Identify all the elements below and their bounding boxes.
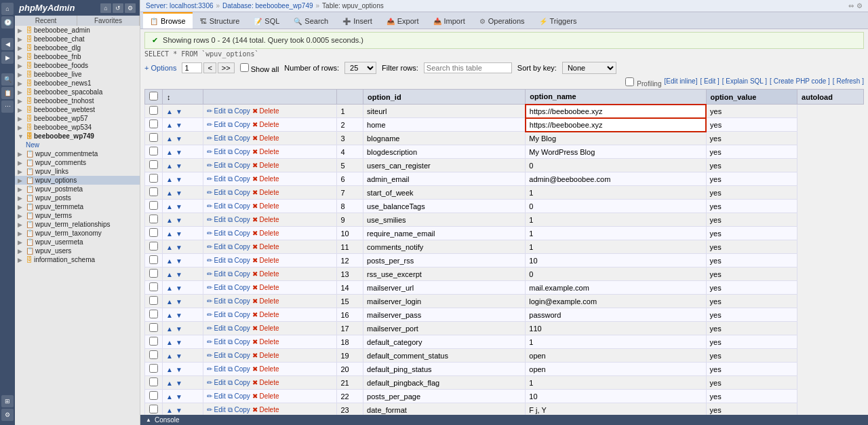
row-checkbox[interactable] xyxy=(149,323,158,332)
sort-down-link[interactable]: ▼ xyxy=(176,176,182,183)
sidebar-item-wpuv-term-relationships[interactable]: ▶ 📋 wpuv_term_relationships xyxy=(15,220,140,229)
console-bar[interactable]: ▲ Console xyxy=(140,415,868,425)
sort-down-link[interactable]: ▼ xyxy=(176,325,182,333)
edit-link[interactable]: [ Edit ] xyxy=(700,77,719,88)
sort-down-link[interactable]: ▼ xyxy=(176,339,182,346)
expand-icon[interactable]: ▶ xyxy=(18,98,24,105)
tab-operations[interactable]: ⚙ Operations xyxy=(473,12,532,29)
sidebar-item-information-schema[interactable]: ▶ 🗄 information_schema xyxy=(15,255,140,264)
header-autoload[interactable]: autoload xyxy=(797,90,864,105)
edit-inline-link[interactable]: [Edit inline] xyxy=(665,77,698,88)
sidebar-item-wpuv-usermeta[interactable]: ▶ 📋 wpuv_usermeta xyxy=(15,238,140,246)
header-option-value[interactable]: option_value xyxy=(706,90,797,105)
delete-link[interactable]: ✖ Delete xyxy=(252,202,279,210)
edit-link[interactable]: ✏ Edit xyxy=(207,392,226,400)
pma-settings-btn[interactable]: ⚙ xyxy=(125,3,136,13)
expand-icon[interactable]: ▶ xyxy=(18,45,24,52)
row-checkbox[interactable] xyxy=(149,350,158,359)
expand-icon[interactable]: ▶ xyxy=(18,195,24,202)
prev-page-btn[interactable]: < xyxy=(203,62,216,73)
sidebar-item-beeboobee-wp534[interactable]: ▶ 🗄 beeboobee_wp534 xyxy=(15,123,140,132)
expand-icon[interactable]: ▼ xyxy=(18,133,24,140)
expand-icon[interactable]: ▶ xyxy=(18,115,24,122)
breadcrumb-server[interactable]: Server: localhost:3306 xyxy=(146,2,214,10)
pma-reload-btn[interactable]: ↺ xyxy=(113,3,123,13)
sort-down-link[interactable]: ▼ xyxy=(176,149,182,156)
sidebar-item-wpuv-users[interactable]: ▶ 📋 wpuv_users xyxy=(15,246,140,255)
sort-down-link[interactable]: ▼ xyxy=(176,230,182,238)
expand-icon[interactable]: ▶ xyxy=(18,71,24,78)
sort-up-link[interactable]: ▲ xyxy=(166,271,173,278)
delete-link[interactable]: ✖ Delete xyxy=(252,243,279,251)
sort-down-link[interactable]: ▼ xyxy=(176,366,182,373)
copy-link[interactable]: ⧉ Copy xyxy=(228,338,250,346)
sort-up-link[interactable]: ▲ xyxy=(166,380,173,387)
sort-up-link[interactable]: ▲ xyxy=(166,257,173,265)
sidebar-item-beeboobee-wp57[interactable]: ▶ 🗄 beeboobee_wp57 xyxy=(15,114,140,123)
copy-link[interactable]: ⧉ Copy xyxy=(228,284,250,292)
sidebar-item-wpuv-term-taxonomy[interactable]: ▶ 📋 wpuv_term_taxonomy xyxy=(15,229,140,238)
copy-link[interactable]: ⧉ Copy xyxy=(228,202,250,210)
sidebar-item-beeboobee-admin[interactable]: ▶ 🗄 beeboobee_admin xyxy=(15,26,140,35)
copy-link[interactable]: ⧉ Copy xyxy=(228,297,250,306)
delete-link[interactable]: ✖ Delete xyxy=(252,189,279,196)
config-icon[interactable]: ⚙ xyxy=(856,2,863,10)
copy-link[interactable]: ⧉ Copy xyxy=(228,107,250,115)
delete-link[interactable]: ✖ Delete xyxy=(252,352,279,359)
sidebar-item-beeboobee-live[interactable]: ▶ 🗄 beeboobee_live xyxy=(15,70,140,79)
edit-link[interactable]: ✏ Edit xyxy=(207,121,226,128)
expand-icon[interactable]: ▶ xyxy=(18,54,24,60)
expand-icon[interactable]: ▶ xyxy=(18,27,24,34)
sidebar-item-wpuv-comments[interactable]: ▶ 📋 wpuv_comments xyxy=(15,158,140,167)
sort-down-link[interactable]: ▼ xyxy=(176,108,182,115)
sidebar-item-beeboobee-tnohost[interactable]: ▶ 🗄 beeboobee_tnohost xyxy=(15,96,140,105)
header-option-name[interactable]: option_name xyxy=(526,90,706,105)
edit-link[interactable]: ✏ Edit xyxy=(207,134,226,142)
sort-down-link[interactable]: ▼ xyxy=(176,380,182,387)
row-checkbox[interactable] xyxy=(149,201,158,210)
sidebar-item-wpuv-terms[interactable]: ▶ 📋 wpuv_terms xyxy=(15,211,140,220)
delete-link[interactable]: ✖ Delete xyxy=(252,406,279,413)
sort-up-link[interactable]: ▲ xyxy=(166,108,173,115)
sort-up-link[interactable]: ▲ xyxy=(166,407,173,414)
sidebar-item-beeboobee-chat[interactable]: ▶ 🗄 beeboobee_chat xyxy=(15,35,140,43)
row-checkbox[interactable] xyxy=(149,133,158,142)
query-icon[interactable]: 📋 xyxy=(1,87,14,99)
edit-link[interactable]: ✏ Edit xyxy=(207,148,226,155)
create-php-link[interactable]: [ Create PHP code ] xyxy=(770,77,830,88)
edit-link[interactable]: ✏ Edit xyxy=(207,325,226,332)
sort-up-link[interactable]: ▲ xyxy=(166,393,173,401)
edit-link[interactable]: ✏ Edit xyxy=(207,175,226,183)
row-checkbox[interactable] xyxy=(149,106,158,115)
nav-left-icon[interactable]: ◀ xyxy=(1,38,14,50)
sort-select[interactable]: None xyxy=(562,62,616,74)
delete-link[interactable]: ✖ Delete xyxy=(252,365,279,373)
sort-up-link[interactable]: ▲ xyxy=(166,122,173,129)
edit-link[interactable]: ✏ Edit xyxy=(207,270,226,278)
edit-link[interactable]: ✏ Edit xyxy=(207,352,226,359)
tab-export[interactable]: 📤 Export xyxy=(380,12,426,29)
copy-link[interactable]: ⧉ Copy xyxy=(228,379,250,387)
expand-icon[interactable]: ▶ xyxy=(18,107,24,113)
sort-down-link[interactable]: ▼ xyxy=(176,162,182,170)
edit-link[interactable]: ✏ Edit xyxy=(207,311,226,318)
sort-down-link[interactable]: ▼ xyxy=(176,407,182,414)
copy-link[interactable]: ⧉ Copy xyxy=(228,406,250,414)
expand-icon[interactable]: ▶ xyxy=(18,204,24,210)
delete-link[interactable]: ✖ Delete xyxy=(252,148,279,155)
sort-up-link[interactable]: ▲ xyxy=(166,325,173,333)
delete-link[interactable]: ✖ Delete xyxy=(252,257,279,264)
expand-icon[interactable]: ▶ xyxy=(18,248,24,255)
copy-link[interactable]: ⧉ Copy xyxy=(228,134,250,143)
sort-up-link[interactable]: ▲ xyxy=(166,366,173,373)
sidebar-item-wpuv-options[interactable]: ▶ 📋 wpuv_options xyxy=(15,176,140,185)
more-icon[interactable]: ⋯ xyxy=(1,100,14,113)
edit-link[interactable]: ✏ Edit xyxy=(207,229,226,237)
sidebar-item-beeboobee-news1[interactable]: ▶ 🗄 beeboobee_news1 xyxy=(15,79,140,88)
row-checkbox[interactable] xyxy=(149,228,158,237)
sort-down-link[interactable]: ▼ xyxy=(176,217,182,224)
breadcrumb-database[interactable]: Database: beeboobee_wp749 xyxy=(222,2,313,10)
copy-link[interactable]: ⧉ Copy xyxy=(228,365,250,373)
delete-link[interactable]: ✖ Delete xyxy=(252,175,279,183)
copy-link[interactable]: ⧉ Copy xyxy=(228,243,250,251)
